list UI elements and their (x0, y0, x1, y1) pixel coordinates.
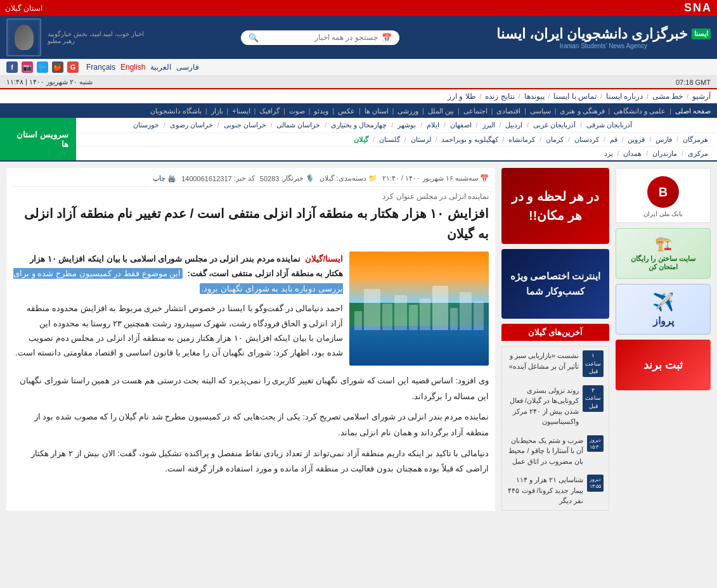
news-code-label: کد خبر: (234, 174, 255, 182)
main-content: B بانک ملی ایران 🏗️ سایت ساختن را رایگان… (0, 162, 717, 517)
nav-gold[interactable]: طلا و ارز (448, 92, 476, 101)
nav-policy[interactable]: خط مشی (652, 92, 683, 101)
prov-ardabil[interactable]: اردبیل (503, 121, 525, 129)
prov-qazvin[interactable]: قزوین (625, 136, 647, 144)
news-item-3[interactable]: دیروز۱۵:۳۰ ضرب و شتم یک محیط‌بان آن با آ… (502, 431, 609, 471)
facebook-icon[interactable]: f (6, 61, 18, 73)
subnav-students[interactable]: باشگاه دانشجویان (150, 107, 202, 115)
construction-ad[interactable]: 🏗️ سایت ساختن را رایگان امتحان کن (616, 228, 711, 279)
prov-kermanshah[interactable]: کرمانشاه (506, 136, 538, 144)
news-time-1: ۱ساعتقبل (583, 350, 604, 377)
prov-alborz[interactable]: البرز (480, 121, 498, 129)
subnav-isna-plus[interactable]: ایسنا+ (232, 107, 250, 115)
language-links: Français English العربية فارسی (86, 63, 199, 72)
subnav-culture[interactable]: فرهنگی و هنری (560, 107, 604, 115)
brand-ad[interactable]: ثبت برند (616, 340, 711, 390)
print-label[interactable]: چاپ (153, 174, 165, 182)
apple-icon[interactable]: 🍎 (52, 61, 63, 73)
google-icon[interactable]: G (67, 61, 79, 73)
subnav-social[interactable]: اجتماعی (463, 107, 488, 115)
prov-khorasann[interactable]: خراسان شمالی (274, 121, 323, 129)
subnav-economy[interactable]: اقتصادی (496, 107, 520, 115)
service-label: سرویس استان ها (0, 118, 76, 160)
subnav-graphic[interactable]: گرافیک (259, 107, 280, 115)
subnav-science[interactable]: علمی و دانشگاهی (614, 107, 666, 115)
mic-icon: 🎙️ (306, 174, 314, 182)
prov-qom[interactable]: قم (607, 136, 620, 144)
nav-archive[interactable]: آرشیو (692, 92, 711, 101)
subnav-audio[interactable]: صوت (289, 107, 305, 115)
internet-ad-text: اینترنت اختصاصی ویژه کسب‌وکار شما (509, 269, 602, 299)
news-item-4[interactable]: دیروز۱۴:۵۵ شناسایی ۲۱ هزار و ۱۱۴ بیمار ج… (502, 471, 609, 510)
prov-markazi[interactable]: مرکزی (685, 150, 711, 158)
prov-hormozgan[interactable]: هرمزگان (680, 136, 711, 144)
subnav-politics[interactable]: سیاسی (530, 107, 551, 115)
brand-ad-text: ثبت برند (643, 358, 683, 372)
news-list-header: آخرین‌های گیلان (501, 324, 609, 341)
subnav-photo[interactable]: عکس (338, 107, 355, 115)
province-label: استان گیلان (5, 4, 42, 13)
arabic-link[interactable]: العربية (150, 63, 171, 72)
site-logo[interactable]: ایسنا خبرگزاری دانشجویان ایران، ایسنا Ir… (496, 26, 711, 49)
bank-melli-ad[interactable]: B بانک ملی ایران (616, 168, 711, 223)
prov-kurdestan[interactable]: کردستان (572, 136, 602, 144)
prov-golestan[interactable]: گلستان (377, 136, 403, 144)
prov-khorasans[interactable]: خراسان جنوبی (221, 121, 269, 129)
leader-photo (6, 18, 41, 56)
article-paragraph-1: احمد دنیامالی در گفت‌وگو با ایسنا در خصو… (13, 301, 343, 361)
prov-azerbaijanw[interactable]: آذربایجان غربی (531, 121, 578, 129)
nav-about[interactable]: درباره ایسنا (606, 92, 643, 101)
subnav-market[interactable]: بازار (211, 107, 223, 115)
nav-live[interactable]: نتایج زنده (485, 92, 514, 101)
subnav-video[interactable]: ویدئو (314, 107, 328, 115)
news-item-2[interactable]: ۳ساعتقبل روند نزولی بستری کرونایی‌ها در … (502, 381, 609, 431)
farsi-link[interactable]: فارسی (176, 63, 199, 72)
prov-isfahan[interactable]: اصفهان (448, 121, 474, 129)
nav-links[interactable]: پیوندها (524, 92, 545, 101)
prov-hamadan[interactable]: همدان (621, 150, 644, 158)
article-meta: 📅 سه‌شنبه ۱۶ شهریور ۱۴۰۰ / ۲۱:۴۰ 📁 دسته‌… (13, 174, 489, 187)
article-intro-text: ایسنا/گیلان نماینده مردم بندر انزلی در م… (13, 252, 343, 366)
subnav-home[interactable]: صفحه اصلی (675, 107, 711, 115)
prov-kohgiluyeh[interactable]: کهگیلویه و بویراحمد (439, 136, 500, 144)
prov-lorestan[interactable]: لرستان (408, 136, 434, 144)
subnav-provinces[interactable]: استان ها (365, 107, 389, 115)
prov-ilam[interactable]: ایلام (424, 121, 442, 129)
reporter-code: 50283 (260, 175, 280, 182)
prov-gilan[interactable]: گیلان (351, 136, 371, 144)
date-display: شنبه ۲۰ شهریور ۱۴۰۰ | ۱۱:۴۸ (6, 78, 93, 86)
french-link[interactable]: Français (86, 63, 115, 72)
prov-mazandaran[interactable]: مازندران (650, 150, 680, 158)
article-area: 📅 سه‌شنبه ۱۶ شهریور ۱۴۰۰ / ۲۱:۴۰ 📁 دسته‌… (6, 168, 495, 511)
prov-kerman[interactable]: کرمان (543, 136, 566, 144)
prov-khorasanr[interactable]: خراسان رضوی (167, 121, 216, 129)
provinces-section: سرویس استان ها آذربایجان شرقی/ آذربایجان… (0, 118, 717, 162)
news-item-1[interactable]: ۱ساعتقبل نشست «بازاریابی سبز و تأثیر آن … (502, 347, 609, 381)
prov-khuzestan[interactable]: خوزستان (131, 121, 162, 129)
construction-ad-text: سایت ساختن را رایگان امتحان کن (623, 255, 704, 271)
prov-fars[interactable]: فارس (653, 136, 675, 144)
flight-ad[interactable]: ✈️ پرواز (616, 284, 711, 335)
article-title: افزایش ۱۰ هزار هکتار به منطقه آزاد انزلی… (13, 203, 489, 244)
calendar-icon: 📅 (382, 33, 392, 42)
article-date: سه‌شنبه ۱۶ شهریور ۱۴۰۰ / ۲۱:۴۰ (382, 174, 478, 182)
nav-contact[interactable]: تماس با ایسنا (553, 92, 597, 101)
search-input[interactable] (262, 33, 378, 42)
sub-nav: صفحه اصلی | علمی و دانشگاهی | فرهنگی و ه… (0, 105, 717, 118)
logo-text: خبرگزاری دانشجویان ایران، ایسنا (496, 26, 688, 42)
news-title-1: نشست «بازاریابی سبز و تأثیر آن بر مشاغل … (507, 350, 579, 371)
internet-ad[interactable]: اینترنت اختصاصی ویژه کسب‌وکار شما (501, 249, 609, 319)
article-image (349, 252, 489, 366)
instagram-icon[interactable]: 📷 (22, 61, 33, 73)
prov-yazd[interactable]: یزد (602, 150, 616, 158)
news-code: 1400061612317 (181, 175, 232, 182)
prov-azerbaijane[interactable]: آذربایجان شرقی (584, 121, 635, 129)
red-ad[interactable]: در هر لحظه و در هر مکان!! (501, 168, 609, 244)
news-title-2: روند نزولی بستری کرونایی‌ها در گیلان/ فع… (507, 385, 579, 427)
twitter-icon[interactable]: 🐦 (37, 61, 48, 73)
prov-chaharmahal[interactable]: چهارمحال و بختیاری (328, 121, 389, 129)
english-link[interactable]: English (120, 63, 145, 72)
subnav-intl[interactable]: بین الملل (428, 107, 454, 115)
subnav-sports[interactable]: ورزشی (397, 107, 418, 115)
prov-bushehr[interactable]: بوشهر (395, 121, 418, 129)
